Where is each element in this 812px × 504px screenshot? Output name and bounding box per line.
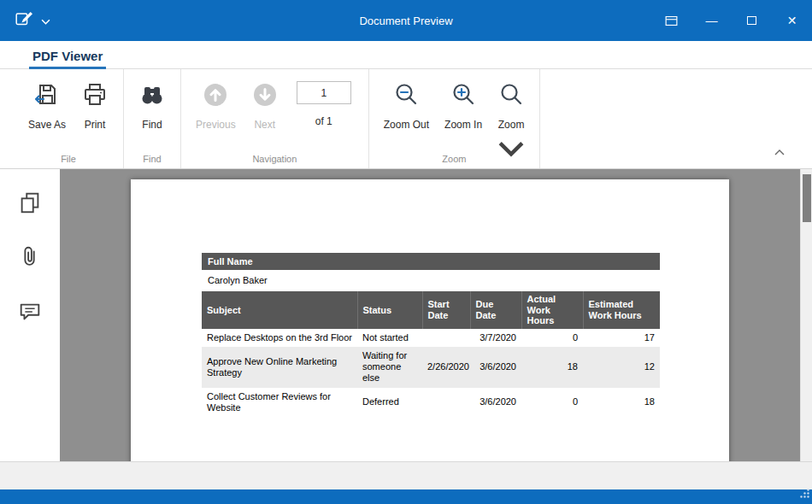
cell-due-date: 3/7/2020 — [470, 329, 521, 347]
pages-icon — [17, 205, 43, 218]
print-icon — [81, 81, 109, 111]
collapse-ribbon-button[interactable] — [771, 142, 788, 161]
pdf-page: Full Name Carolyn Baker Subject Status S… — [131, 179, 729, 461]
next-page-icon — [251, 81, 279, 111]
group-label-zoom: Zoom — [369, 154, 539, 164]
zoom-icon — [497, 81, 525, 111]
previous-page-button[interactable]: Previous — [188, 74, 244, 131]
table-row: Collect Customer Reviews for Website Def… — [202, 388, 660, 417]
comments-button[interactable] — [15, 297, 45, 328]
cell-subject: Approve New Online Marketing Strategy — [202, 347, 357, 388]
document-canvas[interactable]: Full Name Carolyn Baker Subject Status S… — [60, 169, 800, 461]
page-number-input[interactable] — [297, 81, 351, 104]
find-label: Find — [142, 119, 162, 131]
save-as-button[interactable]: Save As — [21, 74, 74, 131]
tab-strip: PDF Viewer — [0, 41, 812, 69]
page-count-label: of 1 — [315, 115, 332, 127]
group-value: Carolyn Baker — [202, 270, 660, 291]
col-estimated-hours: Estimated Work Hours — [583, 291, 660, 329]
cell-subject: Replace Desktops on the 3rd Floor — [202, 329, 357, 347]
zoom-label: Zoom — [498, 119, 525, 131]
cell-estimated-hours: 18 — [583, 388, 660, 417]
zoom-out-label: Zoom Out — [384, 119, 429, 131]
find-button[interactable]: Find — [131, 74, 174, 131]
titlebar: Document Preview — ✕ — [0, 0, 812, 41]
binoculars-icon — [138, 81, 166, 111]
group-label-navigation: Navigation — [181, 154, 368, 164]
zoom-in-icon — [450, 81, 477, 111]
cell-due-date: 3/6/2020 — [470, 388, 521, 417]
col-status: Status — [357, 291, 422, 329]
zoom-out-button[interactable]: Zoom Out — [376, 74, 437, 131]
zoom-in-button[interactable]: Zoom In — [437, 74, 490, 131]
resize-grip[interactable] — [799, 487, 810, 502]
quick-access-chevron-icon[interactable] — [41, 13, 50, 28]
close-button[interactable]: ✕ — [772, 0, 812, 41]
comment-icon — [17, 314, 43, 327]
ribbon-options-button[interactable] — [651, 0, 691, 41]
horizontal-scroll-area[interactable] — [0, 461, 812, 489]
col-actual-hours: Actual Work Hours — [521, 291, 583, 329]
left-panel-bar — [0, 169, 60, 461]
vertical-scrollbar[interactable] — [800, 169, 812, 461]
attachments-button[interactable] — [15, 243, 45, 273]
table-header-row: Subject Status Start Date Due Date Actua… — [202, 291, 660, 329]
group-label-find: Find — [124, 154, 180, 164]
cell-estimated-hours: 17 — [583, 329, 660, 347]
col-subject: Subject — [202, 291, 357, 329]
ribbon-group-navigation: Previous Next of 1 Navigation — [181, 69, 369, 168]
ribbon-group-find: Find Find — [124, 69, 181, 168]
previous-page-label: Previous — [196, 119, 236, 131]
zoom-dropdown-button[interactable]: Zoom — [490, 74, 533, 165]
next-page-label: Next — [254, 119, 275, 131]
maximize-button[interactable] — [732, 0, 772, 41]
save-as-label: Save As — [28, 119, 66, 131]
tasks-table: Subject Status Start Date Due Date Actua… — [202, 291, 660, 417]
tab-pdf-viewer[interactable]: PDF Viewer — [29, 44, 106, 69]
group-header: Full Name — [202, 253, 660, 270]
cell-actual-hours: 18 — [521, 347, 583, 388]
chevron-up-icon — [774, 145, 785, 158]
statusbar — [0, 489, 812, 504]
app-edit-icon — [14, 9, 32, 32]
document-preview-window: Document Preview — ✕ PDF Viewer — [0, 0, 812, 504]
cell-subject: Collect Customer Reviews for Website — [202, 388, 357, 417]
col-due-date: Due Date — [470, 291, 521, 329]
minimize-icon: — — [706, 15, 718, 26]
col-start-date: Start Date — [422, 291, 470, 329]
main-area: Full Name Carolyn Baker Subject Status S… — [0, 169, 812, 461]
print-button[interactable]: Print — [74, 74, 116, 131]
previous-page-icon — [202, 81, 229, 111]
cell-status: Deferred — [357, 388, 422, 417]
print-label: Print — [85, 119, 106, 131]
table-row: Replace Desktops on the 3rd Floor Not st… — [202, 329, 660, 347]
cell-due-date: 3/6/2020 — [470, 347, 521, 388]
cell-start-date — [422, 329, 470, 347]
zoom-in-label: Zoom In — [444, 119, 482, 131]
report-table: Full Name Carolyn Baker Subject Status S… — [202, 253, 660, 417]
cell-actual-hours: 0 — [521, 388, 583, 417]
table-row: Approve New Online Marketing Strategy Wa… — [202, 347, 660, 388]
thumbnails-button[interactable] — [15, 188, 45, 219]
zoom-out-icon — [392, 81, 420, 111]
close-icon: ✕ — [787, 15, 797, 26]
paperclip-icon — [17, 260, 43, 273]
scrollbar-thumb[interactable] — [803, 174, 811, 222]
ribbon-group-file: Save As Print File — [14, 69, 124, 168]
cell-status: Waiting for someone else — [357, 347, 422, 388]
save-as-icon — [33, 81, 61, 111]
next-page-button[interactable]: Next — [244, 74, 286, 131]
cell-status: Not started — [357, 329, 422, 347]
cell-estimated-hours: 12 — [583, 347, 660, 388]
ribbon-toolbar: Save As Print File — [0, 69, 812, 169]
ribbon-group-zoom: Zoom Out Zoom In — [369, 69, 540, 168]
cell-actual-hours: 0 — [521, 329, 583, 347]
cell-start-date — [422, 388, 470, 417]
group-label-file: File — [14, 154, 123, 164]
minimize-button[interactable]: — — [691, 0, 732, 41]
cell-start-date: 2/26/2020 — [422, 347, 470, 388]
maximize-icon — [747, 16, 756, 25]
